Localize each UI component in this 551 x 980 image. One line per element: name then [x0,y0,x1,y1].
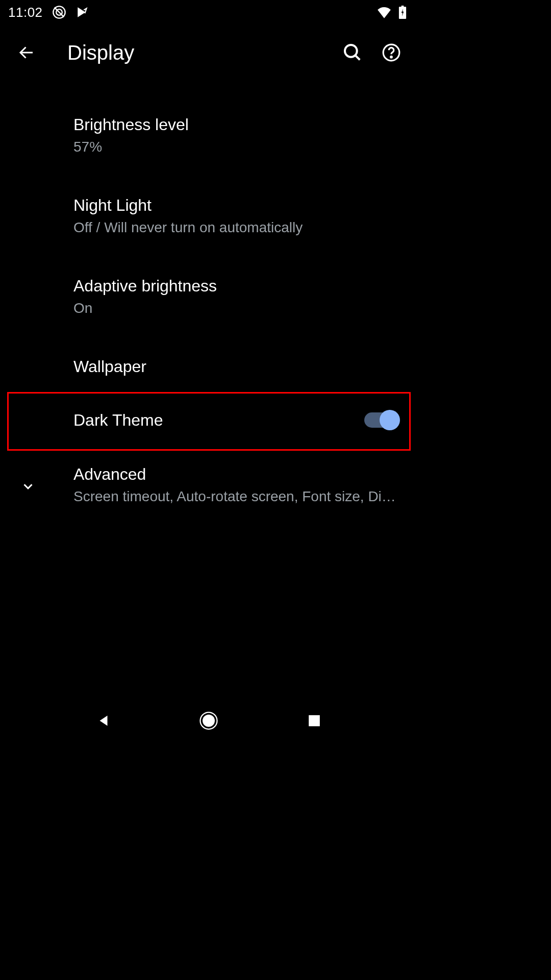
play-store-icon [76,5,90,19]
help-button[interactable] [381,42,402,63]
nav-recent-button[interactable] [302,708,327,733]
arrow-back-icon [17,43,36,62]
triangle-back-icon [96,713,111,728]
setting-subtitle: Off / Will never turn on automatically [73,218,410,237]
back-button[interactable] [8,38,45,67]
setting-title: Adaptive brightness [73,276,410,297]
setting-title: Wallpaper [73,356,410,378]
settings-list: Brightness level 57% Night Light Off / W… [0,81,418,522]
navigation-bar [0,698,418,743]
setting-wallpaper[interactable]: Wallpaper [0,334,418,392]
do-not-disturb-icon [52,5,66,19]
setting-title: Brightness level [73,114,410,136]
circle-home-icon [199,712,218,730]
setting-dark-theme[interactable]: Dark Theme [7,392,411,451]
nav-home-button[interactable] [196,708,221,733]
setting-brightness-level[interactable]: Brightness level 57% [0,98,418,173]
status-bar: 11:02 [0,0,418,24]
battery-charging-icon [395,5,410,19]
setting-subtitle: On [73,299,410,317]
chevron-down-icon [20,479,36,494]
setting-title: Advanced [73,464,410,485]
svg-point-11 [203,715,215,727]
dark-theme-toggle[interactable] [364,412,398,428]
svg-point-9 [391,56,392,58]
setting-advanced[interactable]: Advanced Screen timeout, Auto-rotate scr… [0,451,418,522]
nav-back-button[interactable] [91,708,116,733]
status-bar-right [377,5,410,19]
svg-rect-12 [309,715,320,726]
setting-subtitle: 57% [73,138,410,156]
app-bar: Display [0,24,418,81]
search-icon [343,43,362,62]
help-icon [382,43,401,62]
square-recent-icon [308,714,321,727]
svg-rect-4 [402,6,404,8]
wifi-icon [377,5,391,19]
setting-subtitle: Screen timeout, Auto-rotate screen, Font… [73,487,400,506]
svg-point-6 [345,45,357,57]
setting-title: Dark Theme [73,410,163,431]
setting-night-light[interactable]: Night Light Off / Will never turn on aut… [0,173,418,253]
page-title: Display [67,41,342,64]
svg-line-7 [356,56,360,60]
search-button[interactable] [342,42,363,63]
status-time: 11:02 [8,5,43,20]
status-bar-left: 11:02 [8,5,90,20]
setting-adaptive-brightness[interactable]: Adaptive brightness On [0,253,418,334]
setting-title: Night Light [73,195,410,216]
app-bar-actions [342,42,410,63]
